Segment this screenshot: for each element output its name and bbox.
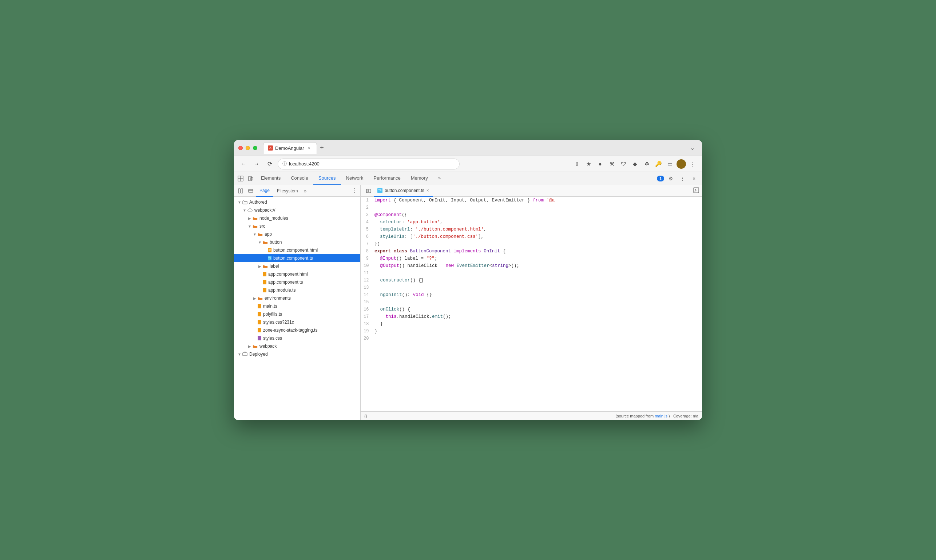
close-devtools-button[interactable]: ×	[689, 174, 699, 184]
tree-label: polyfills.ts	[263, 312, 282, 317]
more-tabs-button[interactable]: »	[433, 172, 446, 185]
tab-menu-button[interactable]: ⌄	[687, 145, 698, 151]
code-area[interactable]: 1 import { Component, OnInit, Input, Out…	[361, 197, 702, 411]
devtools-topbar: Elements Console Sources Network Perform…	[234, 172, 702, 185]
maximize-window-button[interactable]	[253, 146, 257, 150]
devtools-panel: Elements Console Sources Network Perform…	[234, 172, 702, 420]
tab-sources[interactable]: Sources	[313, 172, 341, 185]
back-button[interactable]: ←	[238, 159, 248, 169]
tree-item-webpack-folder[interactable]: ▶ webpack	[234, 342, 360, 350]
toggle-navigator-icon[interactable]	[364, 186, 374, 196]
tab-console[interactable]: Console	[286, 172, 313, 185]
tab-close-button[interactable]: ×	[307, 145, 312, 151]
svg-rect-19	[243, 353, 247, 355]
sources-sidebar-toggle[interactable]	[236, 186, 246, 196]
tree-arrow: ▼	[242, 208, 247, 212]
devtools-body: Page Filesystem » ⋮ ▼	[234, 185, 702, 420]
tree-item-authored[interactable]: ▼ Authored	[234, 198, 360, 206]
authored-icon	[242, 200, 248, 205]
tab-performance[interactable]: Performance	[368, 172, 406, 185]
code-tab-close-button[interactable]: ×	[427, 188, 429, 193]
tree-item-label-folder[interactable]: ▶ label	[234, 262, 360, 270]
tree-item-environments[interactable]: ▶ environments	[234, 294, 360, 302]
chrome-extensions-icon[interactable]: ●	[595, 159, 605, 169]
bookmark-icon[interactable]: ★	[583, 159, 594, 169]
tree-item-button-folder[interactable]: ▼ button	[234, 238, 360, 246]
tree-label: styles.css?231c	[263, 320, 294, 325]
profile-avatar[interactable]	[677, 159, 686, 169]
tab-title: DemoAngular	[275, 145, 304, 151]
tree-arrow: ▶	[252, 296, 257, 300]
reload-button[interactable]: ⟳	[265, 159, 275, 169]
tree-item-app-component-html[interactable]: app.component.html	[234, 270, 360, 278]
forward-button[interactable]: →	[251, 159, 262, 169]
new-tab-button[interactable]: +	[317, 143, 327, 153]
panel-menu-button[interactable]: ⋮	[350, 187, 359, 194]
tree-item-button-component-html[interactable]: button.component.html	[234, 246, 360, 254]
share-icon[interactable]: ⇧	[572, 159, 582, 169]
tree-item-src[interactable]: ▼ src	[234, 222, 360, 230]
tree-arrow: ▼	[237, 200, 242, 205]
code-tab-button-component-ts[interactable]: TS button.component.ts ×	[374, 185, 433, 197]
code-line: 19 }	[361, 328, 702, 335]
settings-button[interactable]: ⚙	[666, 174, 676, 184]
chrome-menu-button[interactable]: ⋮	[688, 159, 698, 169]
extension2-icon[interactable]: ☘	[641, 159, 652, 169]
tree-item-zone-async[interactable]: zone-async-stack-tagging.ts	[234, 326, 360, 334]
traffic-lights	[238, 146, 257, 150]
file-icon	[262, 280, 267, 285]
source-link[interactable]: main.js	[655, 414, 668, 418]
file-icon	[262, 272, 267, 277]
format-code-button[interactable]: {}	[364, 414, 367, 418]
extension3-icon[interactable]: 🔑	[653, 159, 663, 169]
tree-item-deployed[interactable]: ▼ Deployed	[234, 350, 360, 358]
tree-label: styles.css	[263, 335, 282, 341]
svg-rect-16	[258, 320, 261, 325]
panel-tab-page[interactable]: Page	[256, 185, 273, 197]
svg-rect-15	[258, 312, 261, 316]
tree-item-node-modules[interactable]: ▶ node_modules	[234, 214, 360, 222]
tree-arrow: ▼	[257, 240, 262, 245]
extension1-icon[interactable]: ◆	[630, 159, 640, 169]
tab-elements[interactable]: Elements	[256, 172, 286, 185]
devtools-more-button[interactable]: ⋮	[677, 174, 688, 184]
panel-tab-more[interactable]: »	[301, 188, 308, 194]
url-bar[interactable]: ⓘ localhost:4200	[278, 158, 460, 169]
tree-item-styles-css[interactable]: styles.css	[234, 334, 360, 342]
svg-rect-12	[263, 280, 267, 285]
tree-item-styles-css-231c[interactable]: styles.css?231c	[234, 318, 360, 326]
tree-item-polyfills-ts[interactable]: polyfills.ts	[234, 310, 360, 318]
filesystem-icon[interactable]	[246, 186, 256, 196]
tree-item-app-module-ts[interactable]: app.module.ts	[234, 286, 360, 294]
tab-memory[interactable]: Memory	[406, 172, 433, 185]
source-end: )	[669, 414, 670, 418]
close-window-button[interactable]	[238, 146, 243, 150]
element-selector-icon[interactable]	[236, 174, 246, 184]
tree-label: button.component.ts	[273, 255, 313, 261]
tree-item-webpack[interactable]: ▼ webpack://	[234, 206, 360, 214]
tree-label: src	[259, 224, 265, 229]
tree-item-button-component-ts[interactable]: TS button.component.ts	[234, 254, 360, 262]
tab-network[interactable]: Network	[341, 172, 369, 185]
devtools-icon[interactable]: ⚒	[607, 159, 617, 169]
format-icon: {}	[364, 414, 367, 418]
code-line: 20	[361, 335, 702, 342]
folder-icon	[257, 295, 263, 301]
folder-icon	[262, 264, 268, 269]
panel-tab-filesystem[interactable]: Filesystem	[273, 185, 301, 197]
format-code-icon[interactable]	[693, 187, 699, 194]
cast-icon[interactable]: ▭	[665, 159, 675, 169]
tree-item-app[interactable]: ▼ app	[234, 230, 360, 238]
svg-rect-6	[241, 189, 243, 193]
code-panel-header: TS button.component.ts ×	[361, 185, 702, 197]
minimize-window-button[interactable]	[246, 146, 250, 150]
tree-label: app.component.html	[268, 272, 308, 277]
adblocker-icon[interactable]: 🛡	[618, 159, 629, 169]
chat-badge[interactable]: 1	[657, 175, 664, 182]
tree-item-app-component-ts[interactable]: app.component.ts	[234, 278, 360, 286]
active-tab[interactable]: A DemoAngular ×	[263, 142, 317, 154]
file-icon	[257, 328, 262, 333]
device-toggle-icon[interactable]	[246, 174, 256, 184]
tree-item-main-ts[interactable]: main.ts	[234, 302, 360, 310]
code-line: 9 @Input() label = "?";	[361, 255, 702, 262]
